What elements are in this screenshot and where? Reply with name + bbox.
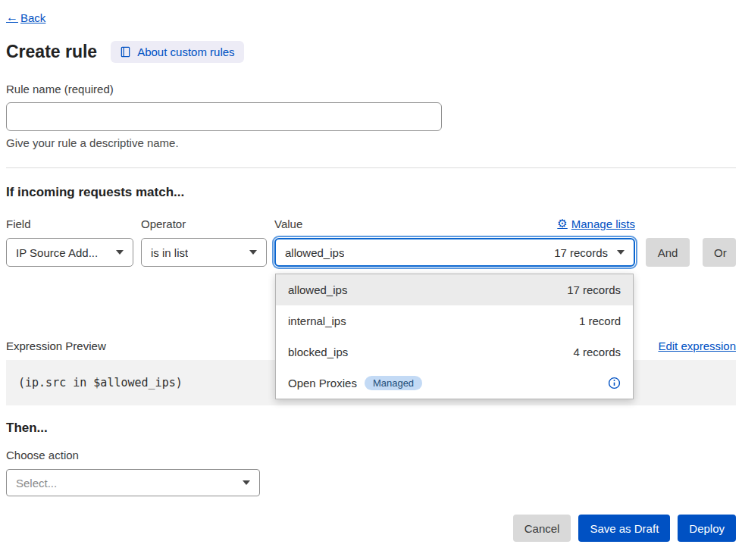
list-item-allowed-ips[interactable]: allowed_ips 17 records <box>276 274 633 305</box>
value-select-value: allowed_ips <box>285 246 344 259</box>
operator-label: Operator <box>141 217 267 230</box>
chevron-down-icon <box>249 250 257 255</box>
back-link-label: Back <box>20 11 45 24</box>
match-controls-row: IP Source Add... is in list allowed_ips … <box>6 238 736 267</box>
value-select[interactable]: allowed_ips 17 records <box>274 238 635 267</box>
action-select[interactable]: Select... <box>6 469 260 496</box>
manage-lists-link[interactable]: ⚙ Manage lists <box>557 217 635 230</box>
gear-icon: ⚙ <box>557 217 567 230</box>
expression-code: (ip.src in $allowed_ips) <box>18 376 183 389</box>
operator-select[interactable]: is in list <box>141 238 267 267</box>
list-item-open-proxies[interactable]: Open Proxies Managed <box>276 368 633 399</box>
action-select-placeholder: Select... <box>16 477 57 490</box>
list-item-blocked-ips[interactable]: blocked_ips 4 records <box>276 336 633 368</box>
list-item-meta: 4 records <box>573 346 621 358</box>
chevron-down-icon <box>617 250 625 255</box>
field-select-value: IP Source Add... <box>16 246 98 259</box>
value-select-meta: 17 records <box>554 246 608 259</box>
rule-name-input[interactable] <box>6 102 442 131</box>
and-button[interactable]: And <box>646 238 690 267</box>
match-section-heading: If incoming requests match... <box>6 185 736 200</box>
list-item-internal-ips[interactable]: internal_ips 1 record <box>276 305 633 336</box>
info-icon[interactable] <box>608 377 621 389</box>
value-label-row: Value ⚙ Manage lists <box>274 217 635 230</box>
about-link-label: About custom rules <box>137 45 234 58</box>
operator-select-value: is in list <box>151 246 188 259</box>
value-label: Value <box>274 217 302 230</box>
create-rule-page: ←Back Create rule About custom rules Rul… <box>0 0 742 542</box>
value-select-wrap: allowed_ips 17 records allowed_ips 17 re… <box>274 238 635 267</box>
list-item-meta: 1 record <box>579 314 621 327</box>
or-button[interactable]: Or <box>703 238 736 267</box>
list-item-meta: 17 records <box>567 283 621 296</box>
page-title: Create rule <box>6 42 97 62</box>
rule-name-helper: Give your rule a descriptive name. <box>6 136 736 149</box>
section-divider <box>6 167 736 168</box>
deploy-button[interactable]: Deploy <box>678 515 736 542</box>
save-as-draft-button[interactable]: Save as Draft <box>578 515 670 542</box>
back-arrow-icon: ← <box>6 11 18 24</box>
list-item-name: allowed_ips <box>288 283 347 296</box>
title-row: Create rule About custom rules <box>6 41 736 63</box>
book-icon <box>120 46 131 58</box>
field-select[interactable]: IP Source Add... <box>6 238 133 267</box>
chevron-down-icon <box>116 250 124 255</box>
rule-name-label: Rule name (required) <box>6 83 736 95</box>
then-heading: Then... <box>6 421 736 436</box>
list-item-name: internal_ips <box>288 314 346 327</box>
expression-preview-label: Expression Preview <box>6 339 106 352</box>
back-link[interactable]: ←Back <box>6 11 45 24</box>
managed-badge: Managed <box>365 376 422 390</box>
list-item-name: blocked_ips <box>288 346 348 358</box>
choose-action-label: Choose action <box>6 449 736 461</box>
edit-expression-link[interactable]: Edit expression <box>658 339 736 352</box>
chevron-down-icon <box>243 480 250 485</box>
manage-lists-label: Manage lists <box>571 217 635 230</box>
value-dropdown-menu: allowed_ips 17 records internal_ips 1 re… <box>275 274 634 399</box>
match-labels-row: Field Operator Value ⚙ Manage lists <box>6 217 736 230</box>
footer-actions: Cancel Save as Draft Deploy <box>6 515 736 542</box>
about-custom-rules-link[interactable]: About custom rules <box>111 41 243 63</box>
list-item-name: Open Proxies <box>288 377 357 389</box>
cancel-button[interactable]: Cancel <box>513 515 571 542</box>
field-label: Field <box>6 217 133 230</box>
